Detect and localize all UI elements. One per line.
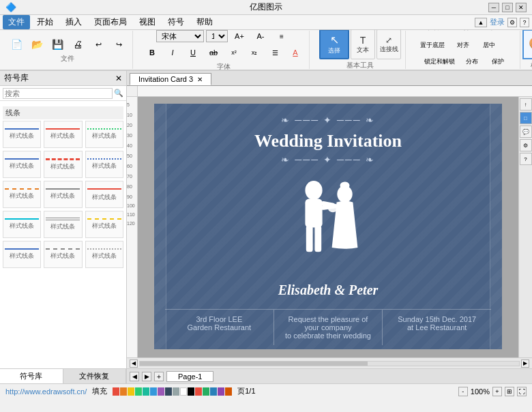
lib-tab-symbols[interactable]: 符号库 [0, 369, 63, 383]
swatch-purple[interactable] [158, 387, 164, 396]
font-align-btn[interactable]: ≡ [272, 30, 291, 44]
page-add-btn[interactable]: + [154, 372, 164, 381]
right-panel-btn-5[interactable]: ? [520, 153, 532, 165]
new-btn[interactable]: 📄 [7, 36, 26, 53]
right-panel-btn-4[interactable]: ⚙ [520, 139, 532, 151]
toolbar-toggle-btn[interactable]: ▲ [475, 18, 487, 27]
align-btn[interactable]: 对齐 [451, 37, 475, 53]
text-tool-btn[interactable]: T 文本 [351, 30, 375, 59]
connect-tool-btn[interactable]: ⤢ 连接线 [376, 30, 401, 59]
page-prev-btn[interactable]: ◀ [130, 372, 139, 381]
page-tab-1[interactable]: Page-1 [166, 371, 213, 382]
menu-view[interactable]: 视图 [134, 15, 161, 29]
fit-page-btn[interactable]: ⊞ [505, 387, 514, 396]
tab-invitation-card-3[interactable]: Invitation Card 3 ✕ [130, 73, 211, 85]
swatch-black[interactable] [188, 387, 194, 396]
underline-btn[interactable]: U [183, 44, 203, 61]
menu-start[interactable]: 开始 [31, 15, 59, 29]
open-btn[interactable]: 📂 [27, 36, 46, 53]
settings-icon[interactable]: ⚙ [507, 18, 517, 27]
undo-btn[interactable]: ↩ [89, 36, 108, 53]
minimize-btn[interactable]: ─ [488, 3, 499, 12]
symbol-item[interactable]: 样式线条 [85, 211, 123, 238]
symbol-search-input[interactable] [3, 88, 113, 99]
bold-btn[interactable]: B [143, 44, 162, 61]
font-size-increase-btn[interactable]: A+ [230, 30, 249, 44]
symbol-item[interactable]: 样式线条 [44, 241, 82, 268]
swatch-yellow[interactable] [128, 387, 134, 396]
italic-btn[interactable]: I [163, 44, 182, 61]
swatch-blue[interactable] [150, 387, 157, 396]
zoom-in-btn[interactable]: + [492, 387, 502, 396]
tab-close-btn[interactable]: ✕ [197, 76, 203, 83]
strikethrough-btn[interactable]: ab [204, 44, 223, 61]
print-btn[interactable]: 🖨 [68, 36, 87, 53]
list-btn[interactable]: ☰ [265, 44, 284, 61]
scrollbar-track-h[interactable] [139, 361, 520, 366]
maximize-btn[interactable]: □ [502, 3, 513, 12]
swatch-red2[interactable] [195, 387, 202, 396]
login-btn[interactable]: 登录 [490, 17, 505, 27]
symbol-item[interactable]: 样式线条 [85, 121, 123, 148]
subscript-btn[interactable]: x₂ [245, 44, 264, 61]
symbol-item[interactable]: 样式线条 [44, 211, 82, 238]
lib-tab-file-recover[interactable]: 文件恢复 [63, 369, 127, 383]
symbol-item[interactable]: 样式线条 [3, 151, 41, 178]
symbol-item[interactable]: 样式线条 [44, 181, 82, 208]
symbol-item[interactable]: 样式线条 [3, 211, 41, 238]
scroll-right-btn[interactable]: ▶ [521, 359, 529, 368]
right-panel-btn-2[interactable]: □ [520, 112, 532, 124]
symbol-item[interactable]: 样式线条 [85, 241, 123, 268]
scroll-left-btn[interactable]: ◀ [130, 359, 138, 368]
symbol-item[interactable]: 样式线条 [3, 181, 41, 208]
right-panel-btn-3[interactable]: 💬 [520, 126, 532, 138]
center-btn[interactable]: 居中 [477, 37, 501, 53]
superscript-btn[interactable]: x² [224, 44, 243, 61]
symbol-item[interactable]: 样式线条 [44, 151, 82, 178]
menu-symbol[interactable]: 符号 [162, 15, 190, 29]
font-size-select[interactable]: 10 [206, 30, 228, 42]
group-btn[interactable]: 组合 [451, 30, 475, 35]
swatch-green2[interactable] [203, 387, 209, 396]
select-tool-btn[interactable]: ↖ 选择 [319, 30, 349, 59]
symbol-lib-close-btn[interactable]: ✕ [115, 74, 122, 83]
swatch-teal[interactable] [143, 387, 149, 396]
close-btn[interactable]: ✕ [516, 3, 527, 12]
swatch-orange[interactable] [120, 387, 127, 396]
full-screen-btn[interactable]: ⛶ [517, 387, 527, 396]
canvas-scroll-viewport[interactable]: ❧ ─── ✦ ─── ❧ Wedding Invitation ❧ ─── ✦… [138, 97, 518, 357]
page-next-btn[interactable]: ▶ [142, 372, 151, 381]
distribute-btn[interactable]: 分布 [460, 53, 484, 70]
swatch-gray[interactable] [173, 387, 179, 396]
swatch-red[interactable] [113, 387, 119, 396]
symbol-item[interactable]: 样式线条 [3, 121, 41, 148]
swatch-blue2[interactable] [210, 387, 217, 396]
menu-page-layout[interactable]: 页面布局 [89, 15, 132, 29]
symbol-item[interactable]: 样式线条 [85, 181, 123, 208]
style-icon[interactable]: 🎨 [522, 30, 533, 59]
zoom-out-btn[interactable]: - [458, 387, 468, 396]
bring-to-front-btn[interactable]: 置于顶层 [415, 30, 449, 35]
swatch-purple2[interactable] [218, 387, 224, 396]
font-name-select[interactable]: 宋体 [156, 30, 204, 42]
lock-btn[interactable]: 锁定和解锁 [422, 53, 458, 70]
swatch-orange2[interactable] [225, 387, 232, 396]
save-btn[interactable]: 💾 [48, 36, 67, 53]
redo-btn[interactable]: ↪ [109, 36, 128, 53]
font-size-decrease-btn[interactable]: A- [251, 30, 270, 44]
size-btn[interactable]: 大小 [477, 30, 501, 35]
help-icon[interactable]: ? [520, 18, 529, 27]
scrollbar-thumb-h[interactable] [140, 362, 368, 366]
menu-file[interactable]: 文件 [3, 15, 30, 29]
swatch-green[interactable] [135, 387, 142, 396]
symbol-item[interactable]: 样式线条 [85, 151, 123, 178]
menu-help[interactable]: 帮助 [191, 15, 218, 29]
send-to-back-btn[interactable]: 置于底层 [415, 37, 449, 53]
protect-btn[interactable]: 保护 [486, 53, 510, 70]
swatch-dark[interactable] [165, 387, 172, 396]
right-panel-btn-1[interactable]: ↑ [520, 98, 532, 111]
symbol-item[interactable]: 样式线条 [44, 121, 82, 148]
menu-insert[interactable]: 插入 [60, 15, 87, 29]
horizontal-scrollbar[interactable]: ◀ ▶ [127, 357, 532, 368]
symbol-item[interactable]: 样式线条 [3, 241, 41, 268]
